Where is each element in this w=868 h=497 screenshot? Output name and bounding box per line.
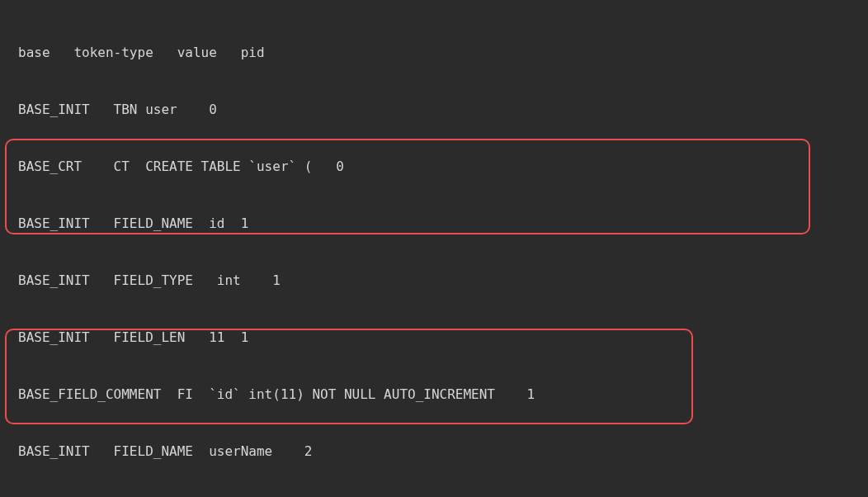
output-line: base token-type value pid (0, 43, 868, 62)
output-line: BASE_INIT FIELD_NAME userName 2 (0, 442, 868, 461)
output-line: BASE_INIT TBN user 0 (0, 100, 868, 119)
terminal-output: base token-type value pid BASE_INIT TBN … (0, 0, 868, 497)
output-line: BASE_INIT FIELD_TYPE int 1 (0, 271, 868, 290)
output-line: BASE_FIELD_COMMENT FI `id` int(11) NOT N… (0, 385, 868, 404)
output-line: BASE_INIT FIELD_NAME id 1 (0, 214, 868, 233)
output-line: BASE_CRT CT CREATE TABLE `user` ( 0 (0, 157, 868, 176)
output-line: BASE_INIT FIELD_LEN 11 1 (0, 328, 868, 347)
